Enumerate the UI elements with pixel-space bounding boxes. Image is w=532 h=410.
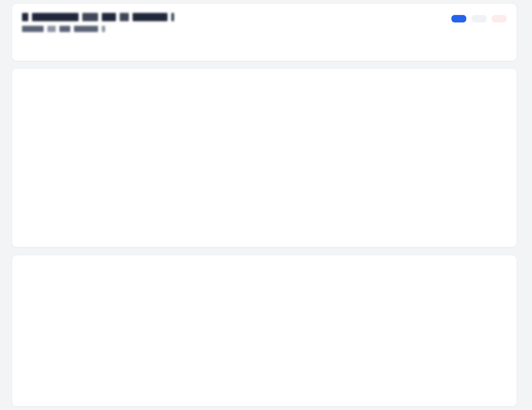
project-header-card (12, 3, 517, 61)
top-distribution-card (12, 68, 517, 247)
top-distribution-chart (22, 80, 507, 211)
header-actions (448, 13, 507, 22)
project-title-redacted (22, 13, 507, 21)
settings-button[interactable] (472, 15, 487, 22)
check-now-button[interactable] (451, 15, 466, 22)
project-url-redacted (22, 26, 507, 32)
positions-card (12, 255, 517, 407)
delete-button[interactable] (492, 15, 507, 22)
